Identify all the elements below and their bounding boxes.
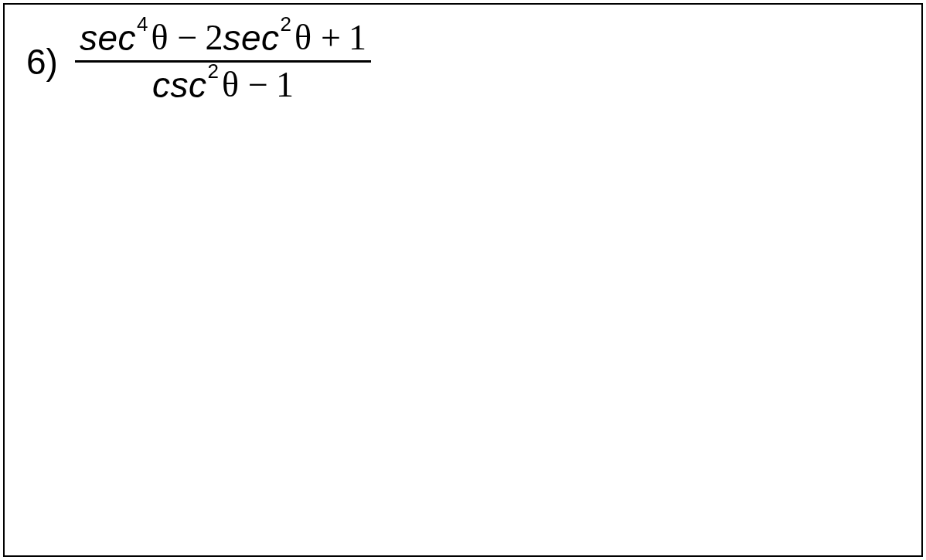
numerator-term2-coeff: 2: [205, 20, 223, 56]
problem-number: 6): [26, 44, 58, 80]
numerator-term1-var: θ: [151, 20, 168, 56]
problem-box: 6) sec4θ − 2sec2θ + 1 csc2θ − 1: [3, 3, 923, 557]
numerator-term3: 1: [349, 20, 366, 56]
numerator-term2-exp: 2: [281, 14, 291, 34]
numerator-term1-fn: sec: [80, 20, 136, 56]
numerator: sec4θ − 2sec2θ + 1: [75, 20, 371, 60]
denominator: csc2θ − 1: [148, 63, 298, 103]
problem-row: 6) sec4θ − 2sec2θ + 1 csc2θ − 1: [26, 20, 900, 103]
denominator-term2: 1: [276, 67, 294, 103]
denominator-term1-fn: csc: [152, 67, 207, 103]
numerator-term2-fn: sec: [223, 20, 279, 56]
numerator-op1: −: [178, 20, 198, 56]
numerator-op2: +: [321, 20, 341, 56]
fraction-expression: sec4θ − 2sec2θ + 1 csc2θ − 1: [75, 20, 371, 103]
denominator-term1-exp: 2: [207, 61, 218, 81]
denominator-term1-var: θ: [222, 67, 239, 103]
denominator-op1: −: [248, 67, 268, 103]
numerator-term1-exp: 4: [137, 14, 148, 34]
numerator-term2-var: θ: [294, 20, 312, 56]
